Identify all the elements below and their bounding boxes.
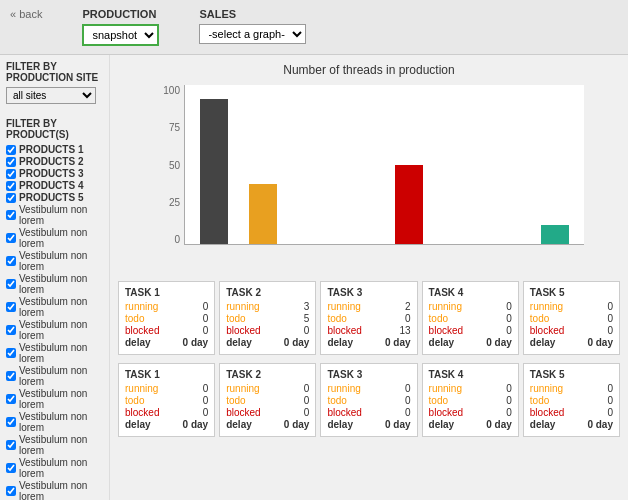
chart-area: Number of threads in production 100 75 5… <box>118 63 620 265</box>
bar-1 <box>244 85 283 244</box>
task-row-delay: delay0 day <box>530 337 613 348</box>
checkbox-p5[interactable] <box>6 193 16 203</box>
checkbox-v11[interactable] <box>6 440 16 450</box>
task-label-todo: todo <box>429 313 448 324</box>
task-value-todo: 0 <box>203 313 209 324</box>
filter-product-title: FILTER BY PRODUCT(S) <box>6 118 103 140</box>
label-p2: PRODUCTS 2 <box>19 156 83 167</box>
checkbox-v3[interactable] <box>6 256 16 266</box>
back-link[interactable]: « back <box>10 8 42 20</box>
task-value-running: 0 <box>506 301 512 312</box>
filter-item-v3: Vestibulum non lorem <box>6 250 103 272</box>
task-row-blocked: blocked0 <box>125 407 208 418</box>
task-row-delay: delay0 day <box>125 419 208 430</box>
task-row-delay: delay0 day <box>125 337 208 348</box>
task-label-blocked: blocked <box>530 407 564 418</box>
task-row-delay: delay0 day <box>429 337 512 348</box>
task-label-delay: delay <box>429 419 455 430</box>
task-label-blocked: blocked <box>327 407 361 418</box>
yaxis-0: 0 <box>174 234 180 245</box>
label-v9: Vestibulum non lorem <box>19 388 103 410</box>
chart-title: Number of threads in production <box>118 63 620 77</box>
bar-body-7 <box>541 225 569 244</box>
task-row-blocked: blocked0 <box>429 407 512 418</box>
tasks-row-2: TASK 1running0todo0blocked0delay0 dayTAS… <box>118 363 620 437</box>
task-row-running: running0 <box>530 301 613 312</box>
task-row-todo: todo0 <box>327 313 410 324</box>
task-value-delay: 0 day <box>284 419 310 430</box>
task-row-todo: todo0 <box>530 395 613 406</box>
label-v4: Vestibulum non lorem <box>19 273 103 295</box>
checkbox-v12[interactable] <box>6 463 16 473</box>
task-card-task-4: TASK 4running0todo0blocked0delay0 day <box>422 281 519 355</box>
filter-item-v2: Vestibulum non lorem <box>6 227 103 249</box>
bar-2 <box>292 85 331 244</box>
task-value-delay: 0 day <box>486 337 512 348</box>
checkbox-v8[interactable] <box>6 371 16 381</box>
production-select[interactable]: snapshot <box>82 24 159 46</box>
label-v6: Vestibulum non lorem <box>19 319 103 341</box>
task-label-delay: delay <box>327 337 353 348</box>
tasks-row-1: TASK 1running0todo0blocked0delay0 dayTAS… <box>118 281 620 355</box>
task-label-delay: delay <box>327 419 353 430</box>
site-select[interactable]: all sites <box>6 87 96 104</box>
task-value-blocked: 0 <box>304 325 310 336</box>
task-value-running: 2 <box>405 301 411 312</box>
task-row-todo: todo0 <box>530 313 613 324</box>
sales-select[interactable]: -select a graph- <box>199 24 306 44</box>
label-v5: Vestibulum non lorem <box>19 296 103 318</box>
checkbox-p3[interactable] <box>6 169 16 179</box>
task-title: TASK 4 <box>429 287 512 298</box>
task-label-running: running <box>125 383 158 394</box>
task-row-blocked: blocked0 <box>327 407 410 418</box>
checkbox-v7[interactable] <box>6 348 16 358</box>
main-layout: FILTER BY PRODUCTION SITE all sites FILT… <box>0 55 628 500</box>
label-v12: Vestibulum non lorem <box>19 457 103 479</box>
label-v13: Vestibulum non lorem <box>19 480 103 500</box>
checkbox-p1[interactable] <box>6 145 16 155</box>
filter-item-p1: PRODUCTS 1 <box>6 144 103 155</box>
filter-site-title: FILTER BY PRODUCTION SITE <box>6 61 103 83</box>
label-v8: Vestibulum non lorem <box>19 365 103 387</box>
task-value-blocked: 0 <box>203 407 209 418</box>
task-label-todo: todo <box>125 395 144 406</box>
sidebar: FILTER BY PRODUCTION SITE all sites FILT… <box>0 55 110 500</box>
checkbox-v1[interactable] <box>6 210 16 220</box>
task-row-running: running0 <box>125 301 208 312</box>
yaxis-50: 50 <box>169 160 180 171</box>
task-value-blocked: 0 <box>607 407 613 418</box>
task-row-delay: delay0 day <box>429 419 512 430</box>
task-value-running: 0 <box>607 383 613 394</box>
checkbox-p4[interactable] <box>6 181 16 191</box>
bar-0 <box>195 85 234 244</box>
task-value-delay: 0 day <box>284 337 310 348</box>
task-title: TASK 5 <box>530 287 613 298</box>
filter-item-p2: PRODUCTS 2 <box>6 156 103 167</box>
label-p1: PRODUCTS 1 <box>19 144 83 155</box>
task-row-todo: todo0 <box>429 313 512 324</box>
filter-item-v10: Vestibulum non lorem <box>6 411 103 433</box>
checkbox-v6[interactable] <box>6 325 16 335</box>
checkbox-v2[interactable] <box>6 233 16 243</box>
task-row-blocked: blocked13 <box>327 325 410 336</box>
checkbox-v5[interactable] <box>6 302 16 312</box>
checkbox-v13[interactable] <box>6 486 16 496</box>
production-section: PRODUCTION snapshot <box>82 8 159 46</box>
task-value-todo: 0 <box>304 395 310 406</box>
checkbox-v4[interactable] <box>6 279 16 289</box>
checkbox-v9[interactable] <box>6 394 16 404</box>
task-row-blocked: blocked0 <box>530 325 613 336</box>
chart-container: 100 75 50 25 0 <box>154 85 584 265</box>
label-v10: Vestibulum non lorem <box>19 411 103 433</box>
task-label-delay: delay <box>530 337 556 348</box>
task-title: TASK 2 <box>226 369 309 380</box>
task-card-task-1: TASK 1running0todo0blocked0delay0 day <box>118 363 215 437</box>
filter-item-v13: Vestibulum non lorem <box>6 480 103 500</box>
task-value-todo: 0 <box>506 395 512 406</box>
bar-7 <box>535 85 574 244</box>
task-label-delay: delay <box>226 337 252 348</box>
checkbox-v10[interactable] <box>6 417 16 427</box>
checkbox-p2[interactable] <box>6 157 16 167</box>
bar-body-1 <box>249 184 277 244</box>
bar-body-4 <box>395 165 423 245</box>
